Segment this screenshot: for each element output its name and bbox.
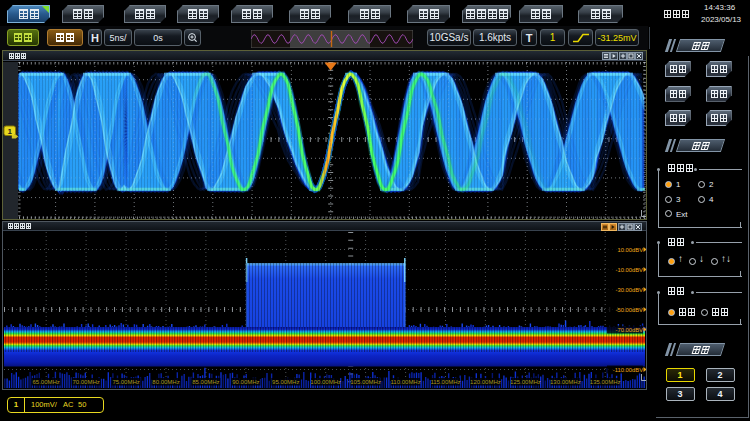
svg-text:100.00MHz: 100.00MHz (310, 379, 341, 385)
svg-text:-70.00dBV: -70.00dBV (616, 327, 644, 333)
svg-text:75.00MHz: 75.00MHz (112, 379, 139, 385)
svg-text:10.00dBV: 10.00dBV (618, 247, 644, 253)
svg-text:-50.00dBV: -50.00dBV (616, 307, 644, 313)
svg-text:105.00MHz: 105.00MHz (350, 379, 381, 385)
svg-text:135.00MHz: 135.00MHz (590, 379, 621, 385)
svg-text:90.00MHz: 90.00MHz (232, 379, 259, 385)
svg-text:-110.00dBV: -110.00dBV (613, 367, 643, 373)
svg-text:110.00MHz: 110.00MHz (390, 379, 420, 385)
svg-text:95.00MHz: 95.00MHz (272, 379, 299, 385)
svg-text:-30.00dBV: -30.00dBV (616, 287, 644, 293)
svg-text:130.00MHz: 130.00MHz (550, 379, 581, 385)
svg-text:125.00MHz: 125.00MHz (510, 379, 541, 385)
svg-text:80.00MHz: 80.00MHz (152, 379, 179, 385)
svg-text:120.00MHz: 120.00MHz (470, 379, 501, 385)
svg-text:85.00MHz: 85.00MHz (192, 379, 219, 385)
svg-text:115.00MHz: 115.00MHz (430, 379, 460, 385)
svg-text:70.00MHz: 70.00MHz (72, 379, 99, 385)
svg-text:65.00MHz: 65.00MHz (33, 379, 60, 385)
svg-text:-10.00dBV: -10.00dBV (616, 267, 644, 273)
